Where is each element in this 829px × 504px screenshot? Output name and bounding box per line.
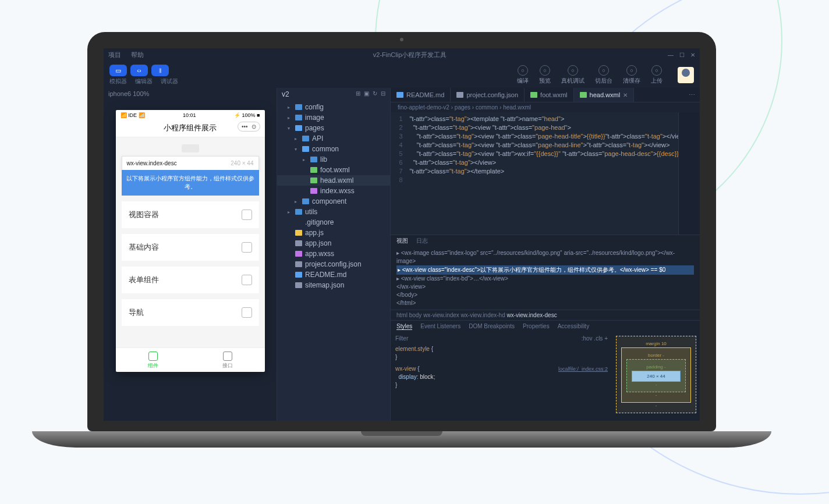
menu-item[interactable]: 导航 — [122, 299, 259, 326]
maximize-icon[interactable]: ☐ — [679, 52, 685, 58]
toolbar-action[interactable]: ○预览 — [539, 65, 551, 85]
styles-filter-input[interactable]: Filter — [395, 335, 408, 343]
dom-tree[interactable]: ▸ <wx-image class="index-logo" src="../r… — [391, 247, 700, 310]
toolbar-action[interactable]: ○真机调试 — [561, 65, 584, 85]
ide-window: 项目 帮助 v2-FinClip小程序开发工具 — ☐ ✕ ▭ ‹› ⫴ 模拟器… — [104, 48, 700, 421]
tree-node[interactable]: ▸API — [277, 133, 390, 144]
label-simulator: 模拟器 — [109, 77, 127, 86]
tree-node[interactable]: .gitignore — [277, 217, 390, 228]
capsule-button[interactable]: •••⊙ — [238, 122, 260, 132]
tabs-more-icon[interactable]: ⋯ — [684, 91, 700, 99]
debugger-toggle[interactable]: ⫴ — [151, 65, 169, 76]
box-model: margin 10 border - padding - 240 × 44 - … — [612, 332, 700, 421]
code-editor[interactable]: 12345678 "t-attr">class="t-tag"><templat… — [391, 112, 700, 235]
tree-node[interactable]: index.wxss — [277, 186, 390, 196]
laptop-frame: 项目 帮助 v2-FinClip小程序开发工具 — ☐ ✕ ▭ ‹› ⫴ 模拟器… — [87, 32, 716, 448]
tree-node[interactable]: app.js — [277, 228, 390, 238]
editor-toggle[interactable]: ‹› — [130, 65, 148, 76]
simulator-toggle[interactable]: ▭ — [109, 65, 127, 76]
devtools-tab-view[interactable]: 视图 — [396, 237, 408, 245]
menu-bar: 项目 帮助 — [108, 51, 152, 59]
close-icon[interactable]: ✕ — [690, 52, 695, 58]
label-editor: 编辑器 — [135, 77, 153, 86]
tree-node[interactable]: ▸component — [277, 196, 390, 207]
tree-node[interactable]: head.wxml — [277, 175, 390, 186]
highlighted-element[interactable]: 以下将展示小程序官方组件能力，组件样式仅供参考。 — [122, 170, 259, 196]
phone-preview: 📶 IDE 📶 10:01 ⚡ 100% ■ 小程序组件展示 •••⊙ wx-v… — [116, 110, 265, 372]
tree-node[interactable]: ▾pages — [277, 123, 390, 133]
collapse-icon[interactable]: ⊟ — [381, 90, 385, 98]
breadcrumbs[interactable]: fino-applet-demo-v2 › pages › common › h… — [391, 102, 700, 112]
devtools-subtab[interactable]: Event Listeners — [420, 323, 460, 330]
editor-tab[interactable]: foot.wxml — [525, 88, 573, 102]
editor-tab[interactable]: project.config.json — [451, 88, 525, 102]
tree-node[interactable]: README.md — [277, 269, 390, 280]
editor-tab[interactable]: head.wxml✕ — [574, 88, 635, 102]
menu-help[interactable]: 帮助 — [131, 51, 144, 58]
logo-placeholder — [182, 144, 199, 152]
refresh-icon[interactable]: ↻ — [373, 90, 377, 98]
tree-node[interactable]: foot.wxml — [277, 165, 390, 175]
menu-item[interactable]: 基础内容 — [122, 234, 259, 261]
menu-item[interactable]: 表单组件 — [122, 267, 259, 293]
status-battery: ⚡ 100% ■ — [234, 112, 260, 118]
toolbar: ▭ ‹› ⫴ 模拟器 编辑器 调试器 ○编译○预览○真机调试○切后台○清缓存○上… — [104, 61, 700, 88]
device-label[interactable]: iphone6 100% — [104, 88, 277, 100]
tree-node[interactable]: ▸config — [277, 102, 390, 112]
new-file-icon[interactable]: ⊞ — [356, 90, 360, 98]
tabbar-api[interactable]: 接口 — [190, 348, 265, 372]
devtools-subtab[interactable]: DOM Breakpoints — [469, 323, 515, 330]
styles-filter-opts[interactable]: :hov .cls + — [582, 335, 608, 343]
devtools-panel: 视图 日志 ▸ <wx-image class="index-logo" src… — [391, 235, 700, 421]
tree-node[interactable]: ▸image — [277, 112, 390, 123]
tree-node[interactable]: ▸lib — [277, 154, 390, 165]
menu-item[interactable]: 视图容器 — [122, 201, 259, 228]
explorer-root[interactable]: v2 — [282, 90, 289, 98]
titlebar: 项目 帮助 v2-FinClip小程序开发工具 — ☐ ✕ — [104, 48, 700, 61]
toolbar-action[interactable]: ○编译 — [517, 65, 529, 85]
label-debugger: 调试器 — [161, 77, 178, 86]
toolbar-action[interactable]: ○上传 — [651, 65, 663, 85]
minimap[interactable] — [678, 112, 700, 235]
tree-node[interactable]: ▸utils — [277, 207, 390, 217]
window-controls: — ☐ ✕ — [668, 52, 695, 58]
tabbar-component[interactable]: 组件 — [116, 348, 190, 372]
toolbar-action[interactable]: ○清缓存 — [623, 65, 640, 85]
new-folder-icon[interactable]: ▣ — [364, 90, 369, 98]
devtools-tab-log[interactable]: 日志 — [416, 237, 428, 245]
simulator-panel: iphone6 100% 📶 IDE 📶 10:01 ⚡ 100% ■ 小程序组… — [104, 88, 277, 421]
tree-node[interactable]: sitemap.json — [277, 280, 390, 290]
status-signal: 📶 IDE 📶 — [121, 112, 145, 118]
avatar[interactable] — [678, 67, 694, 83]
editor-tabs: README.mdproject.config.jsonfoot.wxmlhea… — [391, 88, 700, 102]
tree-node[interactable]: app.wxss — [277, 249, 390, 259]
tree-node[interactable]: app.json — [277, 238, 390, 249]
page-title: 小程序组件展示 — [164, 123, 217, 132]
tree-node[interactable]: ▾common — [277, 144, 390, 154]
window-title: v2-FinClip小程序开发工具 — [152, 51, 668, 59]
file-explorer: v2 ⊞ ▣ ↻ ⊟ ▸config▸image▾pages▸API▾commo… — [277, 88, 391, 421]
menu-project[interactable]: 项目 — [108, 51, 121, 58]
dom-breadcrumb[interactable]: html body wx-view.index wx-view.index-hd… — [391, 310, 700, 321]
status-time: 10:01 — [183, 112, 196, 118]
devtools-subtab[interactable]: Styles — [396, 323, 412, 330]
tree-node[interactable]: project.config.json — [277, 259, 390, 269]
devtools-subtab[interactable]: Accessibility — [558, 323, 589, 330]
inspect-tooltip: wx-view.index-desc 240 × 44 — [122, 156, 259, 171]
styles-pane[interactable]: Filter :hov .cls + element.style {}</spa… — [391, 332, 612, 421]
minimize-icon[interactable]: — — [668, 52, 674, 58]
editor-tab[interactable]: README.md — [391, 88, 451, 102]
camera-dot — [400, 38, 403, 41]
devtools-subtab[interactable]: Properties — [523, 323, 550, 330]
toolbar-action[interactable]: ○切后台 — [595, 65, 612, 85]
